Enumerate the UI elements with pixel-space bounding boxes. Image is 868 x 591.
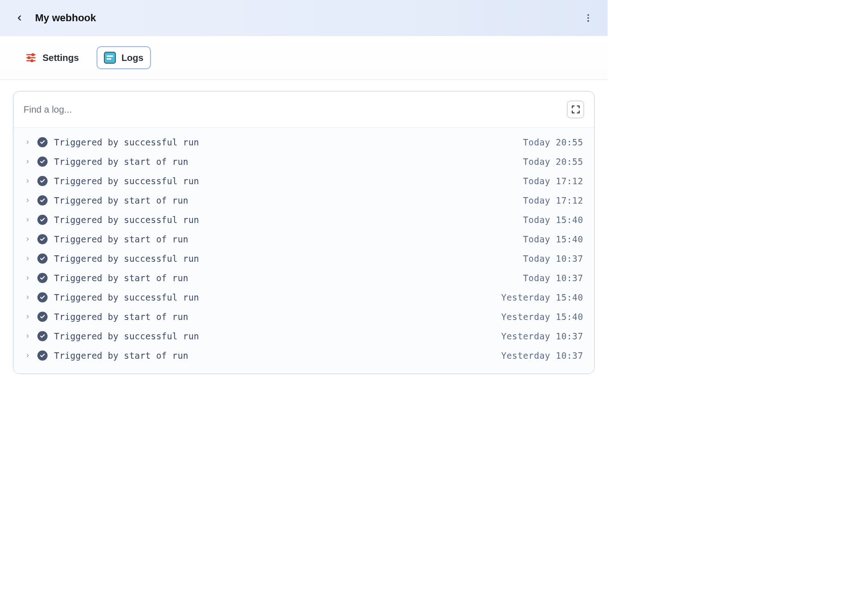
svg-point-8	[30, 59, 34, 62]
log-timestamp: Today 17:12	[523, 195, 583, 205]
svg-point-7	[27, 56, 30, 60]
log-message: Triggered by successful run	[54, 137, 517, 147]
page-title: My webhook	[35, 12, 96, 24]
chevron-right-icon	[24, 333, 31, 339]
chevron-right-icon	[24, 236, 31, 242]
chevron-right-icon	[24, 159, 31, 164]
log-row[interactable]: Triggered by start of runToday 20:55	[13, 152, 594, 171]
check-circle-icon	[37, 215, 48, 225]
log-message: Triggered by successful run	[54, 331, 494, 341]
check-circle-icon	[37, 176, 48, 186]
check-circle-icon	[37, 234, 48, 244]
tab-settings-label: Settings	[42, 53, 79, 63]
log-timestamp: Today 10:37	[523, 253, 583, 264]
log-timestamp: Today 10:37	[523, 273, 583, 283]
content-area: Triggered by successful runToday 20:55Tr…	[0, 80, 608, 392]
chevron-right-icon	[24, 275, 31, 281]
tabs-bar: Settings Logs	[0, 36, 608, 80]
log-row[interactable]: Triggered by successful runToday 15:40	[13, 210, 594, 229]
check-circle-icon	[37, 331, 48, 341]
log-row[interactable]: Triggered by successful runYesterday 15:…	[13, 288, 594, 307]
header-bar: My webhook	[0, 0, 608, 36]
check-circle-icon	[37, 312, 48, 322]
search-row	[13, 91, 594, 128]
check-circle-icon	[37, 157, 48, 167]
chevron-right-icon	[24, 314, 31, 320]
log-message: Triggered by successful run	[54, 253, 517, 264]
log-timestamp: Today 17:12	[523, 176, 583, 186]
log-row[interactable]: Triggered by successful runToday 10:37	[13, 249, 594, 268]
log-message: Triggered by successful run	[54, 176, 517, 186]
logs-icon	[104, 52, 116, 64]
log-message: Triggered by start of run	[54, 157, 517, 167]
log-message: Triggered by start of run	[54, 273, 517, 283]
chevron-right-icon	[24, 198, 31, 203]
log-message: Triggered by start of run	[54, 350, 494, 361]
log-message: Triggered by successful run	[54, 292, 494, 302]
check-circle-icon	[37, 350, 48, 361]
log-timestamp: Today 15:40	[523, 215, 583, 225]
check-circle-icon	[37, 273, 48, 283]
log-message: Triggered by start of run	[54, 312, 494, 322]
log-timestamp: Today 15:40	[523, 234, 583, 244]
svg-point-2	[587, 20, 589, 22]
check-circle-icon	[37, 137, 48, 147]
log-message: Triggered by start of run	[54, 234, 517, 244]
header-left: My webhook	[13, 12, 96, 24]
tab-settings[interactable]: Settings	[18, 47, 85, 68]
svg-point-0	[587, 14, 589, 16]
more-vertical-icon	[583, 13, 593, 23]
log-message: Triggered by start of run	[54, 195, 517, 205]
log-message: Triggered by successful run	[54, 215, 517, 225]
check-circle-icon	[37, 195, 48, 205]
log-timestamp: Yesterday 15:40	[501, 292, 583, 302]
log-row[interactable]: Triggered by start of runToday 10:37	[13, 268, 594, 288]
svg-point-1	[587, 17, 589, 19]
log-row[interactable]: Triggered by successful runYesterday 10:…	[13, 326, 594, 346]
log-row[interactable]: Triggered by start of runToday 17:12	[13, 191, 594, 210]
log-timestamp: Yesterday 15:40	[501, 312, 583, 322]
settings-icon	[25, 52, 37, 64]
log-row[interactable]: Triggered by start of runYesterday 15:40	[13, 307, 594, 326]
search-input[interactable]	[24, 104, 567, 115]
log-timestamp: Today 20:55	[523, 137, 583, 147]
back-button[interactable]	[13, 12, 26, 24]
log-timestamp: Today 20:55	[523, 157, 583, 167]
check-circle-icon	[37, 292, 48, 302]
chevron-right-icon	[24, 139, 31, 145]
fullscreen-button[interactable]	[567, 101, 584, 118]
chevron-right-icon	[24, 178, 31, 184]
logs-panel: Triggered by successful runToday 20:55Tr…	[13, 91, 595, 374]
log-row[interactable]: Triggered by successful runToday 20:55	[13, 133, 594, 152]
tab-logs[interactable]: Logs	[96, 46, 151, 69]
log-list: Triggered by successful runToday 20:55Tr…	[13, 128, 594, 374]
chevron-right-icon	[24, 295, 31, 300]
fullscreen-icon	[571, 105, 580, 114]
chevron-right-icon	[24, 256, 31, 261]
log-timestamp: Yesterday 10:37	[501, 350, 583, 361]
chevron-right-icon	[24, 217, 31, 223]
log-row[interactable]: Triggered by successful runToday 17:12	[13, 171, 594, 191]
log-timestamp: Yesterday 10:37	[501, 331, 583, 341]
more-menu-button[interactable]	[582, 12, 595, 24]
svg-point-6	[31, 53, 35, 56]
chevron-left-icon	[15, 14, 24, 22]
log-row[interactable]: Triggered by start of runYesterday 10:37	[13, 346, 594, 365]
chevron-right-icon	[24, 353, 31, 358]
check-circle-icon	[37, 253, 48, 264]
log-row[interactable]: Triggered by start of runToday 15:40	[13, 229, 594, 249]
tab-logs-label: Logs	[121, 53, 144, 63]
